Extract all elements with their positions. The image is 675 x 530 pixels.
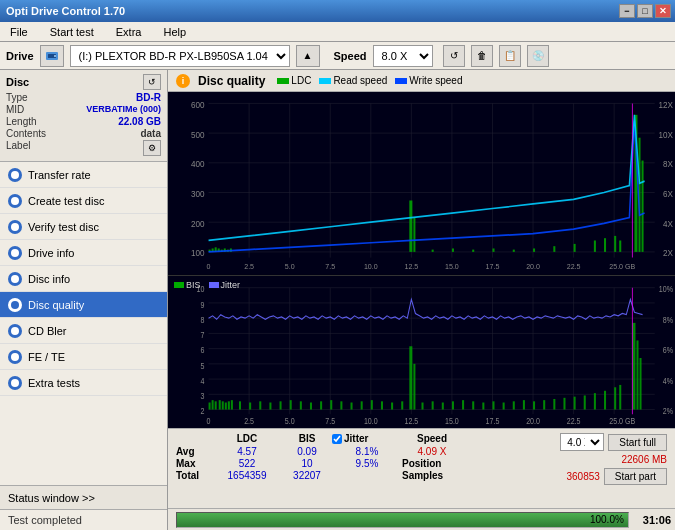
- label-avg: Avg: [176, 446, 212, 457]
- nav-disc-quality[interactable]: Disc quality: [0, 292, 167, 318]
- jitter-checkbox[interactable]: [332, 434, 342, 444]
- nav-icon-create-test-disc: [8, 194, 22, 208]
- bottom-bar: 100.0% 31:06: [168, 508, 675, 530]
- maximize-button[interactable]: □: [637, 4, 653, 18]
- svg-rect-147: [482, 402, 484, 409]
- speed-select[interactable]: 8.0 X: [373, 45, 433, 67]
- upper-chart-svg: 600 500 400 300 200 100 12X 10X 8X 6X 4X…: [168, 92, 675, 275]
- svg-rect-122: [239, 401, 241, 409]
- avg-bis: 0.09: [282, 446, 332, 457]
- disc-mid-value: VERBATIMe (000): [86, 104, 161, 115]
- svg-rect-153: [543, 400, 545, 409]
- svg-rect-146: [472, 401, 474, 409]
- start-part-button[interactable]: Start part: [604, 468, 667, 485]
- svg-text:5.0: 5.0: [285, 416, 295, 426]
- menu-start-test[interactable]: Start test: [44, 24, 100, 40]
- menu-extra[interactable]: Extra: [110, 24, 148, 40]
- svg-rect-148: [492, 401, 494, 409]
- svg-rect-120: [228, 401, 230, 409]
- disc-length-value: 22.08 GB: [118, 116, 161, 127]
- svg-text:10X: 10X: [659, 129, 674, 140]
- svg-rect-137: [391, 402, 393, 409]
- svg-rect-128: [300, 401, 302, 409]
- quality-header: i Disc quality LDC Read speed Write spee…: [168, 70, 675, 92]
- svg-rect-115: [212, 400, 214, 409]
- svg-text:8X: 8X: [663, 159, 673, 170]
- disc-refresh-button[interactable]: ↺: [143, 74, 161, 90]
- lower-legend-jitter: Jitter: [209, 280, 241, 290]
- nav-extra-tests[interactable]: Extra tests: [0, 370, 167, 396]
- nav-create-test-disc[interactable]: Create test disc: [0, 188, 167, 214]
- start-full-button[interactable]: Start full: [608, 434, 667, 451]
- menu-bar: File Start test Extra Help: [0, 22, 675, 42]
- lower-legend-bis-label: BIS: [186, 280, 201, 290]
- svg-rect-130: [320, 401, 322, 409]
- nav-disc-info[interactable]: Disc info: [0, 266, 167, 292]
- svg-text:9: 9: [201, 300, 205, 310]
- speed-small-select[interactable]: 4.0 X: [560, 433, 604, 451]
- nav-drive-info[interactable]: Drive info: [0, 240, 167, 266]
- svg-text:25.0 GB: 25.0 GB: [609, 262, 635, 272]
- svg-text:22.5: 22.5: [567, 262, 581, 272]
- svg-rect-155: [563, 398, 565, 410]
- svg-text:17.5: 17.5: [486, 262, 500, 272]
- svg-text:10.0: 10.0: [364, 262, 378, 272]
- svg-text:4: 4: [201, 376, 206, 386]
- max-bis: 10: [282, 458, 332, 469]
- nav-items: Transfer rate Create test disc Verify te…: [0, 162, 167, 485]
- svg-rect-158: [594, 393, 596, 409]
- nav-label-cd-bler: CD Bler: [28, 325, 67, 337]
- svg-text:15.0: 15.0: [445, 262, 459, 272]
- status-window-button[interactable]: Status window >>: [0, 486, 167, 510]
- svg-rect-135: [371, 400, 373, 409]
- legend-read-speed-color: [319, 78, 331, 84]
- svg-text:10.0: 10.0: [364, 416, 378, 426]
- header-ldc: LDC: [212, 433, 282, 444]
- svg-rect-140: [413, 364, 415, 410]
- svg-text:12.5: 12.5: [404, 416, 418, 426]
- drive-icon: [40, 45, 64, 67]
- svg-rect-156: [574, 396, 576, 409]
- menu-help[interactable]: Help: [157, 24, 192, 40]
- close-button[interactable]: ✕: [655, 4, 671, 18]
- refresh-button[interactable]: ↺: [443, 45, 465, 67]
- svg-rect-136: [381, 401, 383, 409]
- svg-text:2: 2: [201, 406, 205, 416]
- info-button[interactable]: 📋: [499, 45, 521, 67]
- svg-text:2.5: 2.5: [244, 262, 254, 272]
- svg-text:300: 300: [191, 189, 205, 200]
- legend-write-speed-color: [395, 78, 407, 84]
- disc-contents-value: data: [140, 128, 161, 139]
- nav-fe-te[interactable]: FE / TE: [0, 344, 167, 370]
- drive-select[interactable]: (I:) PLEXTOR BD-R PX-LB950SA 1.04: [70, 45, 290, 67]
- eject-button[interactable]: ▲: [296, 45, 320, 67]
- lower-legend-bis: BIS: [174, 280, 201, 290]
- svg-text:5.0: 5.0: [285, 262, 295, 272]
- erase-button[interactable]: 🗑: [471, 45, 493, 67]
- svg-text:8%: 8%: [663, 315, 673, 325]
- speed-label: Speed: [334, 50, 367, 62]
- legend-ldc-label: LDC: [291, 75, 311, 86]
- lower-legend: BIS Jitter: [174, 280, 240, 290]
- svg-rect-145: [462, 400, 464, 409]
- menu-file[interactable]: File: [4, 24, 34, 40]
- svg-text:15.0: 15.0: [445, 416, 459, 426]
- nav-verify-test-disc[interactable]: Verify test disc: [0, 214, 167, 240]
- disc-mid-key: MID: [6, 104, 24, 115]
- disc-panel: Disc ↺ Type BD-R MID VERBATIMe (000) Len…: [0, 70, 167, 162]
- disc-label-icon[interactable]: ⚙: [143, 140, 161, 156]
- svg-text:100: 100: [191, 248, 205, 259]
- title-bar: Opti Drive Control 1.70 − □ ✕: [0, 0, 675, 22]
- lower-legend-jitter-color: [209, 282, 219, 288]
- stats-table: LDC BIS Jitter Speed Avg 4.57: [176, 433, 544, 482]
- svg-rect-134: [361, 401, 363, 409]
- svg-rect-143: [442, 402, 444, 409]
- minimize-button[interactable]: −: [619, 4, 635, 18]
- svg-text:2.5: 2.5: [244, 416, 254, 426]
- nav-transfer-rate[interactable]: Transfer rate: [0, 162, 167, 188]
- write-button[interactable]: 💿: [527, 45, 549, 67]
- svg-rect-114: [209, 402, 211, 409]
- svg-rect-142: [432, 401, 434, 409]
- nav-cd-bler[interactable]: CD Bler: [0, 318, 167, 344]
- svg-rect-54: [452, 248, 454, 251]
